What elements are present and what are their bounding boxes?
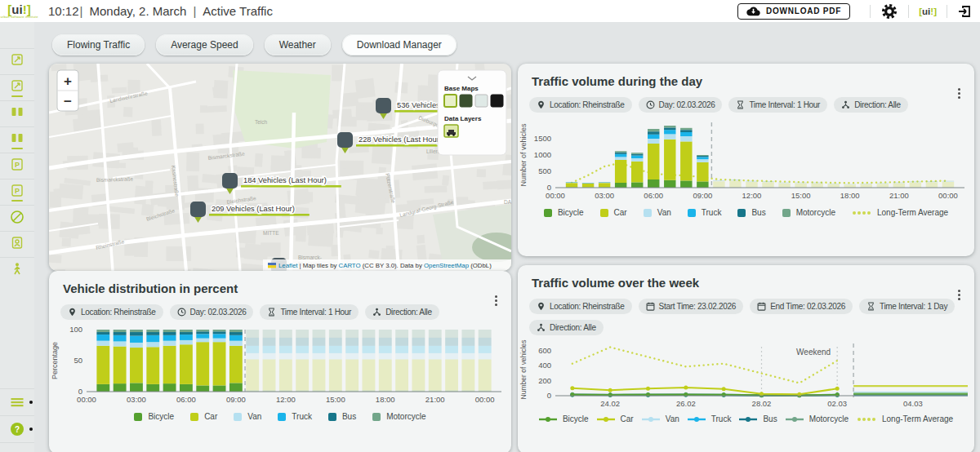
- bar-segment-motorcycle[interactable]: [163, 330, 176, 332]
- filter-chip-pin[interactable]: Location: Rheinstraße: [529, 97, 632, 113]
- sidebar-item-help[interactable]: ?: [0, 415, 34, 442]
- bar-segment-motorcycle[interactable]: [680, 128, 692, 130]
- bar-segment-bus[interactable]: [180, 332, 193, 335]
- bar-segment-bus[interactable]: [461, 338, 474, 346]
- bar-segment-van[interactable]: [697, 159, 708, 162]
- bar-segment-motorcycle[interactable]: [479, 330, 492, 338]
- bar-segment-car[interactable]: [461, 359, 474, 390]
- base-map-thumbnail[interactable]: [475, 95, 488, 107]
- bar-segment-van[interactable]: [329, 353, 342, 360]
- sidebar-item-parking-active[interactable]: P: [0, 179, 34, 205]
- tab-download-manager[interactable]: Download Manager: [342, 34, 457, 55]
- filter-chip-pin[interactable]: Location: Rheinstraße: [529, 299, 632, 314]
- bar-segment-van[interactable]: [648, 139, 659, 144]
- bar-segment-van[interactable]: [229, 341, 243, 346]
- bar-segment-truck[interactable]: [279, 346, 292, 353]
- bar-segment-truck[interactable]: [114, 335, 127, 342]
- bar-segment-motorcycle[interactable]: [229, 330, 243, 332]
- bar-segment-bus[interactable]: [96, 332, 109, 335]
- bar-segment-van[interactable]: [479, 353, 492, 360]
- bar-segment-truck[interactable]: [180, 335, 193, 340]
- tab-weather[interactable]: Weather: [265, 34, 331, 55]
- bar-segment-car[interactable]: [379, 359, 392, 390]
- bar-segment-car[interactable]: [648, 144, 659, 179]
- tab-average-speed[interactable]: Average Speed: [156, 34, 253, 55]
- bar-segment-car[interactable]: [213, 342, 226, 385]
- sidebar-item-two-signals[interactable]: [0, 100, 34, 126]
- bar-segment-motorcycle[interactable]: [279, 330, 292, 338]
- bar-segment-motorcycle[interactable]: [180, 330, 193, 332]
- bar-segment-car[interactable]: [697, 162, 708, 182]
- bar-segment-bicycle[interactable]: [96, 384, 109, 392]
- bar-segment-car[interactable]: [296, 359, 309, 390]
- bar-segment-car[interactable]: [680, 141, 692, 180]
- bar-segment-bus[interactable]: [279, 338, 292, 346]
- bar-segment-car[interactable]: [795, 184, 806, 188]
- bar-segment-car[interactable]: [96, 346, 109, 384]
- app-logo[interactable]: [ui!] urban software institute: [0, 0, 38, 22]
- bar-segment-car[interactable]: [329, 359, 342, 390]
- bar-segment-bus[interactable]: [363, 338, 376, 346]
- bar-segment-truck[interactable]: [345, 346, 359, 353]
- filter-chip-calendar[interactable]: Start Time: 23.02.2026: [639, 299, 744, 314]
- bar-segment-van[interactable]: [395, 353, 408, 360]
- bar-segment-van[interactable]: [363, 353, 376, 360]
- bar-segment-car[interactable]: [163, 346, 176, 383]
- bar-segment-car[interactable]: [263, 359, 276, 390]
- bar-segment-car[interactable]: [746, 182, 757, 188]
- bar-segment-bicycle[interactable]: [648, 179, 659, 188]
- bar-segment-motorcycle[interactable]: [313, 330, 326, 338]
- bar-segment-van[interactable]: [96, 341, 109, 346]
- bar-segment-bus[interactable]: [429, 338, 442, 346]
- bar-segment-van[interactable]: [279, 353, 292, 360]
- bar-segment-car[interactable]: [729, 181, 741, 188]
- base-map-thumbnail[interactable]: [491, 95, 503, 107]
- bar-segment-car[interactable]: [412, 359, 425, 390]
- bar-segment-car[interactable]: [877, 184, 889, 187]
- bar-segment-van[interactable]: [445, 353, 458, 360]
- tab-flowing-traffic[interactable]: Flowing Traffic: [52, 34, 145, 55]
- bar-segment-car[interactable]: [229, 346, 243, 383]
- bar-segment-car[interactable]: [445, 359, 458, 390]
- bar-segment-car[interactable]: [246, 359, 259, 390]
- filter-chip-clock[interactable]: Day: 02.03.2026: [639, 97, 723, 113]
- bar-segment-truck[interactable]: [664, 130, 675, 134]
- bar-segment-truck[interactable]: [130, 336, 143, 343]
- bar-segment-bus[interactable]: [229, 332, 243, 335]
- bar-segment-truck[interactable]: [615, 154, 626, 157]
- sidebar-item-pedestrian[interactable]: [0, 257, 34, 283]
- bar-segment-van[interactable]: [213, 339, 226, 343]
- bar-segment-bus[interactable]: [664, 127, 675, 130]
- bar-segment-truck[interactable]: [263, 346, 276, 353]
- bar-segment-van[interactable]: [296, 353, 309, 360]
- bar-segment-car[interactable]: [664, 140, 675, 180]
- bar-segment-van[interactable]: [163, 341, 176, 346]
- bar-segment-motorcycle[interactable]: [196, 330, 209, 331]
- bar-segment-car[interactable]: [811, 184, 822, 188]
- base-map-thumbnail[interactable]: [444, 95, 457, 107]
- bar-segment-motorcycle[interactable]: [130, 330, 143, 332]
- bar-segment-truck[interactable]: [96, 335, 109, 341]
- bar-segment-motorcycle[interactable]: [146, 330, 159, 332]
- bar-segment-bicycle[interactable]: [615, 183, 626, 188]
- bar-segment-car[interactable]: [615, 160, 626, 183]
- base-map-thumbnail[interactable]: [460, 95, 472, 107]
- bar-segment-car[interactable]: [114, 347, 127, 384]
- bar-segment-truck[interactable]: [445, 346, 458, 353]
- bar-segment-bus[interactable]: [697, 156, 708, 157]
- sidebar-item-traffic-sign[interactable]: [0, 48, 34, 74]
- bar-segment-car[interactable]: [363, 359, 376, 390]
- bar-segment-bicycle[interactable]: [130, 383, 143, 392]
- bar-segment-truck[interactable]: [229, 335, 243, 341]
- bar-segment-car[interactable]: [844, 184, 856, 188]
- bar-segment-van[interactable]: [114, 341, 127, 346]
- bar-segment-van[interactable]: [263, 353, 276, 360]
- sidebar-item-display-sign[interactable]: [0, 231, 34, 257]
- filter-chip-clock[interactable]: Day: 02.03.2026: [170, 304, 254, 320]
- bar-segment-bicycle[interactable]: [697, 181, 708, 188]
- bar-segment-van[interactable]: [246, 353, 259, 360]
- bar-segment-motorcycle[interactable]: [664, 126, 675, 127]
- sidebar-item-two-signals-active[interactable]: [0, 126, 34, 153]
- bar-segment-truck[interactable]: [412, 346, 425, 353]
- bar-segment-van[interactable]: [664, 134, 675, 139]
